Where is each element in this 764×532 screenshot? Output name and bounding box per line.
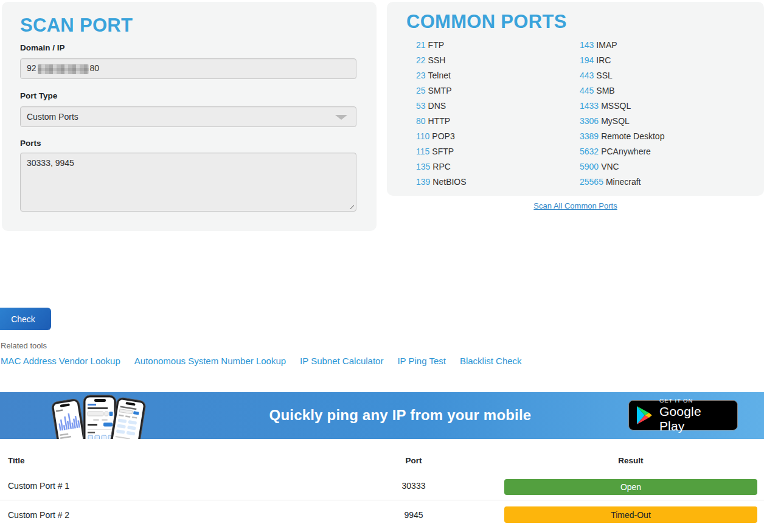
ports-textarea[interactable]: 30333, 9945 — [20, 153, 356, 212]
common-port-link[interactable]: 22SSH — [416, 53, 467, 68]
chevron-down-icon — [335, 115, 347, 120]
related-link-asn-lookup[interactable]: Autonomous System Number Lookup — [134, 356, 286, 366]
common-port-link[interactable]: 53DNS — [416, 98, 467, 114]
status-badge-open: Open — [504, 479, 757, 495]
ports-value: 30333, 9945 — [27, 158, 74, 168]
common-port-link[interactable]: 5900VNC — [580, 159, 664, 174]
result-row-title: Custom Port # 2 — [8, 510, 69, 520]
common-ports-column-2: 143IMAP 194IRC 443SSL 445SMB 1433MSSQL 3… — [580, 38, 664, 190]
status-badge-timed-out: Timed-Out — [504, 506, 757, 523]
scan-all-common-ports-link[interactable]: Scan All Common Ports — [387, 201, 764, 210]
port-scanner-page: SCAN PORT Domain / IP 9280 Port Type Cus… — [0, 0, 764, 532]
common-port-link[interactable]: 194IRC — [580, 53, 664, 68]
common-port-link[interactable]: 3389Remote Desktop — [580, 129, 664, 144]
common-port-link[interactable]: 443SSL — [580, 68, 664, 83]
common-port-link[interactable]: 25SMTP — [416, 83, 467, 98]
related-link-ip-ping-test[interactable]: IP Ping Test — [397, 356, 446, 366]
related-link-blacklist-check[interactable]: Blacklist Check — [460, 356, 522, 366]
common-port-link[interactable]: 445SMB — [580, 83, 664, 98]
column-header-title: Title — [8, 456, 25, 465]
common-port-link[interactable]: 139NetBIOS — [416, 174, 467, 190]
check-button[interactable]: Check — [0, 308, 51, 330]
common-port-link[interactable]: 25565Minecraft — [580, 174, 664, 190]
mobile-app-banner: Quickly ping any IP from your mobile GET… — [0, 392, 764, 439]
scan-port-title: SCAN PORT — [20, 15, 133, 36]
common-ports-title: COMMON PORTS — [406, 11, 567, 33]
resize-handle-icon[interactable] — [347, 202, 354, 209]
domain-ip-input[interactable]: 9280 — [20, 58, 356, 79]
column-header-result: Result — [504, 456, 757, 465]
common-port-link[interactable]: 5632PCAnywhere — [580, 144, 664, 159]
domain-ip-value: 9280 — [27, 63, 99, 74]
common-port-link[interactable]: 115SFTP — [416, 144, 467, 159]
common-port-link[interactable]: 3306MySQL — [580, 114, 664, 129]
scan-port-panel: SCAN PORT Domain / IP 9280 Port Type Cus… — [2, 2, 377, 231]
google-play-icon — [636, 406, 653, 424]
google-play-badge[interactable]: GET IT ON Google Play — [628, 400, 738, 430]
port-type-select[interactable]: Custom Ports — [20, 106, 356, 127]
port-type-selected-value: Custom Ports — [27, 112, 78, 122]
ports-label: Ports — [20, 139, 41, 148]
domain-ip-label: Domain / IP — [20, 43, 65, 52]
scan-results-table: Title Port Result Custom Port # 1 30333 … — [0, 449, 764, 532]
common-ports-panel: COMMON PORTS 21FTP 22SSH 23Telnet 25SMTP… — [387, 2, 764, 196]
column-header-port: Port — [353, 456, 474, 465]
google-play-label: Google Play — [659, 404, 730, 434]
common-port-link[interactable]: 110POP3 — [416, 129, 467, 144]
port-type-label: Port Type — [20, 91, 57, 100]
related-link-mac-address-vendor-lookup[interactable]: MAC Address Vendor Lookup — [1, 356, 120, 366]
common-port-link[interactable]: 23Telnet — [416, 68, 467, 83]
common-port-link[interactable]: 1433MSSQL — [580, 98, 664, 114]
google-play-badge-text: GET IT ON Google Play — [659, 397, 730, 434]
common-port-link[interactable]: 21FTP — [416, 38, 467, 53]
common-port-link[interactable]: 135RPC — [416, 159, 467, 174]
common-ports-column-1: 21FTP 22SSH 23Telnet 25SMTP 53DNS 80HTTP… — [416, 38, 467, 190]
result-row-port: 30333 — [353, 481, 474, 491]
common-port-link[interactable]: 143IMAP — [580, 38, 664, 53]
redacted-ip-segment — [38, 64, 89, 74]
related-tools-nav: MAC Address Vendor Lookup Autonomous Sys… — [1, 356, 522, 366]
related-tools-label: Related tools — [1, 341, 47, 350]
result-row-title: Custom Port # 1 — [8, 481, 69, 491]
common-port-link[interactable]: 80HTTP — [416, 114, 467, 129]
get-it-on-label: GET IT ON — [659, 397, 730, 404]
related-link-ip-subnet-calculator[interactable]: IP Subnet Calculator — [300, 356, 383, 366]
row-divider — [0, 500, 764, 500]
result-row-port: 9945 — [353, 510, 474, 520]
